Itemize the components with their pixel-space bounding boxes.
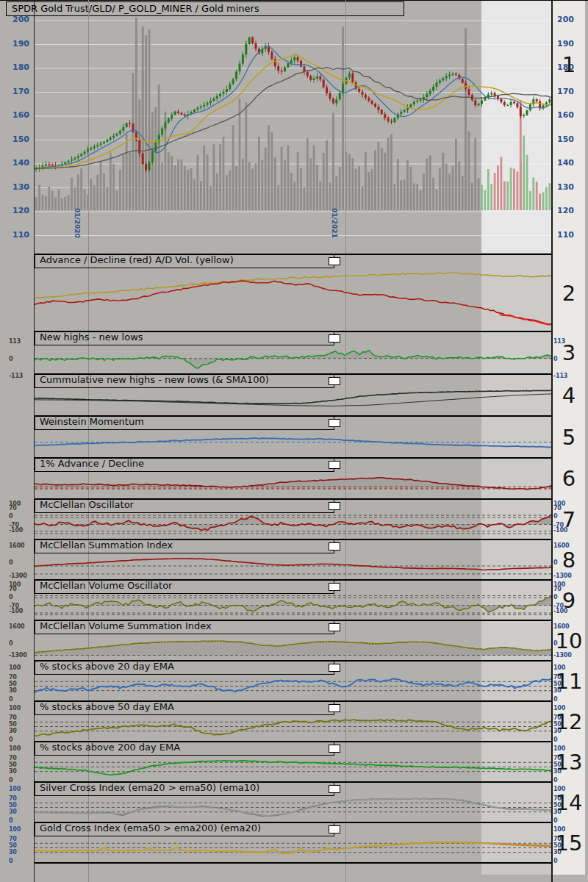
pane-header-tab[interactable] [329,623,340,631]
y-axis-label: -1300 [553,573,573,579]
y-axis-label: 70 [9,675,32,681]
pane-header-tab[interactable] [329,583,340,591]
pane-number: 2 [552,282,586,305]
y-axis-label: 100 [9,706,32,711]
y-axis-label: 0 [9,560,32,566]
pane-header: Advance / Decline (red) A/D Vol. (yellow… [35,254,334,268]
price-tick-right: 120 [557,207,584,215]
pane-header-tab[interactable] [329,542,340,551]
pane-header-tab[interactable] [329,257,340,265]
indicator-pane-11[interactable]: % stocks above 20 day EMA [35,660,551,700]
y-axis-label: 0 [9,737,32,743]
y-axis-label: 30 [9,850,32,856]
pane-header-tab[interactable] [329,704,340,712]
pane-header-tab[interactable] [329,825,340,833]
price-tick-right: 110 [557,231,584,239]
y-axis-label: -113 [9,373,32,379]
price-tick-left: 150 [4,135,29,143]
y-axis-label: 0 [553,778,573,784]
y-axis-label: 0 [553,737,573,743]
y-axis-label: 0 [9,858,32,864]
x-axis-date-label: 01/2020 [74,208,81,238]
price-tick-right: 190 [557,40,584,48]
pane-number: 6 [552,467,586,490]
highlight-band [481,1,551,253]
main-price-chart[interactable] [35,0,551,254]
indicator-pane-6[interactable]: 1% Advance / Decline [35,457,551,498]
price-tick-left: 130 [4,183,29,191]
y-axis-label: 100 [9,786,32,792]
indicator-pane-7[interactable]: McClellan Oscillator [35,498,551,539]
pane-header: % stocks above 200 day EMA [35,741,334,756]
y-axis-label: 30 [9,769,32,775]
y-axis-label: 30 [9,809,32,815]
price-tick-right: 130 [557,183,584,191]
chart-workspace: SPDR Gold Trust/GLD/ P_GOLD_MINER / Gold… [0,0,588,882]
price-tick-left: 140 [4,159,29,167]
bottom-pane-border [35,862,551,864]
indicator-pane-15[interactable]: Gold Cross Index (ema50 > ema200) (ema20… [35,822,551,862]
pane-number: 14 [552,791,586,814]
indicator-pane-10[interactable]: McClellan Volume Summation Index [35,620,551,660]
pane-number: 11 [552,670,586,693]
moving-average-ma_slow [35,68,551,169]
y-axis-label: 0 [9,778,32,784]
pane-header-tab[interactable] [329,785,340,793]
y-axis-label: 1600 [9,543,32,549]
y-axis-label: 100 [9,746,32,752]
y-axis-label: 70 [9,796,32,802]
pane-header-tab[interactable] [329,334,340,343]
pane-header-tab[interactable] [329,745,340,753]
y-axis-label: 50 [9,762,32,768]
indicator-pane-4[interactable]: Cummulative new highs - new lows (& SMA1… [35,373,551,415]
pane-header: McClellan Summation Index [35,539,334,553]
y-axis-label: 0 [9,356,32,362]
y-axis-label: 113 [9,339,32,345]
indicator-pane-2[interactable]: Advance / Decline (red) A/D Vol. (yellow… [35,254,551,331]
y-axis-label: 70 [9,756,32,761]
pane-header: New highs - new lows [35,331,334,345]
indicator-pane-13[interactable]: % stocks above 200 day EMA [35,741,551,781]
pane-header-tab[interactable] [329,419,340,427]
pane-number: 5 [552,426,586,449]
pane-header-tab[interactable] [329,461,340,469]
y-axis-label: 70 [9,836,32,842]
y-axis-label: 30 [9,728,32,734]
price-tick-left: 160 [4,111,29,119]
indicator-pane-8[interactable]: McClellan Summation Index [35,539,551,579]
y-axis-label: 0 [9,641,32,647]
pane-header: 1% Advance / Decline [35,457,334,472]
pane-number: 4 [552,384,586,407]
indicator-pane-9[interactable]: McClellan Volume Oscillator [35,579,551,620]
pane-number: 9 [552,589,586,612]
indicator-pane-5[interactable]: Weinstein Momentum [35,415,551,457]
y-axis-label: 1600 [9,624,32,630]
y-axis-label: -100 [9,609,32,614]
price-tick-right: 200 [557,15,584,24]
price-tick-left: 110 [4,231,29,239]
indicator-pane-12[interactable]: % stocks above 50 day EMA [35,700,551,741]
pane-number: 15 [552,831,586,855]
y-axis-label: -113 [553,373,573,379]
series-momentum [35,438,551,448]
series-a-d-volume [35,273,551,298]
moving-average-ma_medium [35,56,551,169]
pane-header-tab[interactable] [329,377,340,385]
series-mcclellan-oscillator [35,514,551,531]
pane-header: McClellan Volume Oscillator [35,579,334,594]
highlight-band-bottom [481,864,551,875]
indicator-pane-3[interactable]: New highs - new lows [35,331,551,373]
series-cumulative-nh-nl [35,390,551,404]
pane-header: Silver Cross Index (ema20 > ema50) (ema1… [35,781,334,796]
y-axis-label: 50 [9,803,32,808]
pane-header: Weinstein Momentum [35,415,334,430]
price-tick-left: 190 [4,40,29,48]
volume-bars [35,18,551,210]
y-axis-label: 0 [553,818,573,824]
indicator-pane-14[interactable]: Silver Cross Index (ema20 > ema50) (ema1… [35,781,551,822]
pane-number: 3 [552,341,586,365]
price-tick-left: 170 [4,87,29,96]
y-axis-label: 70 [9,506,32,512]
pane-header-tab[interactable] [329,502,340,510]
pane-header-tab[interactable] [329,664,340,672]
